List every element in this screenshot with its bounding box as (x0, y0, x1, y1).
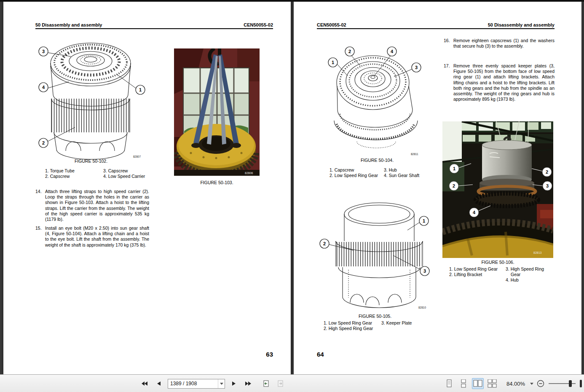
step-number: 17. (444, 63, 453, 102)
pdf-viewer-window: 50 Disassembly and assembly CEN50055-02 (0, 0, 584, 392)
zoom-in-button[interactable] (580, 380, 582, 387)
page-header-section: 50 Disassembly and assembly (35, 22, 102, 27)
legend-item: 1. Low Speed Ring Gear (324, 320, 378, 326)
legend-item: 3. Keeper Plate (381, 320, 428, 326)
figure-photo-id: 82807 (133, 155, 141, 158)
header-rule (317, 28, 555, 29)
callout-label: 2 (323, 241, 326, 246)
manual-page-63: 50 Disassembly and assembly CEN50055-02 (3, 2, 291, 374)
callout-1: 1 (407, 216, 429, 230)
zoom-dropdown-caret-icon[interactable] (530, 383, 533, 385)
previous-page-button[interactable] (153, 378, 164, 389)
step-text: Remove eighteen capscrews (1) and the wa… (453, 38, 555, 49)
callout-label: 1 (139, 87, 142, 92)
legend-item: 4. Sun Gear Shaft (384, 173, 430, 178)
two-page-view-icon (473, 379, 482, 388)
figure-photo-id: 82810 (418, 306, 426, 309)
page-header-docnum: CEN50055-02 (317, 22, 346, 27)
legend-item: 1. Torque Tube (45, 168, 98, 174)
zoom-percent-display[interactable]: 84.00% (506, 381, 525, 387)
figure-50-106-legend-col2: 3. High Speed Ring Gear 4. Hub (506, 266, 553, 283)
figure-50-104-drawing: 2 4 1 3 82811 (323, 35, 431, 158)
legend-item: 3. Hub (384, 167, 430, 173)
page-header-section: 50 Disassembly and assembly (488, 22, 555, 27)
viewer-toolbar: 84.00% (0, 374, 584, 392)
callout-label: 3 (415, 65, 418, 70)
previous-view-button[interactable] (260, 378, 271, 389)
legend-item: 4. Low Speed Carrier (103, 174, 154, 179)
figure-50-105-legend-col2: 3. Keeper Plate (381, 320, 428, 326)
legend-item: 2. High Speed Ring Gear (324, 326, 378, 331)
two-page-continuous-view-icon (488, 379, 497, 388)
double-arrow-left-icon (141, 381, 148, 386)
figure-50-106-caption: FIGURE 50-106. (442, 260, 553, 265)
last-page-button[interactable] (243, 378, 254, 389)
legend-item: 1. Capscrew (330, 167, 380, 173)
figure-50-105-legend-col1: 1. Low Speed Ring Gear 2. High Speed Rin… (324, 320, 378, 331)
next-page-button[interactable] (228, 378, 239, 389)
step-17: 17. Remove three evenly spaced keeper pl… (444, 63, 555, 102)
figure-50-105-caption: FIGURE 50-105. (317, 314, 433, 319)
legend-item: 4. Hub (506, 277, 553, 283)
figure-photo-id: 82811 (411, 153, 418, 156)
page-combo-caret-icon[interactable] (218, 379, 225, 388)
continuous-view-icon (459, 379, 468, 388)
figure-50-102-legend-col1: 1. Torque Tube 2. Capscrew (45, 168, 98, 179)
callout-label: 3 (546, 183, 549, 188)
legend-item: 2. Low Speed Ring Gear (330, 173, 380, 178)
callout-label: 4 (391, 49, 394, 54)
page-number: 63 (35, 351, 273, 358)
single-page-view-button[interactable] (443, 378, 455, 389)
step-16: 16. Remove eighteen capscrews (1) and th… (444, 38, 555, 49)
zoom-view-group: 84.00% (443, 375, 582, 392)
step-number: 14. (35, 189, 45, 222)
page-number-combobox[interactable] (168, 379, 225, 389)
callout-label: 1 (423, 218, 425, 223)
callout-4: 4 (39, 82, 69, 92)
step-15: 15. Install an eye bolt (M20 x 2.50) int… (35, 226, 149, 248)
first-page-button[interactable] (139, 378, 150, 389)
legend-item: 3. High Speed Ring Gear (506, 266, 553, 277)
zoom-slider[interactable] (549, 379, 576, 388)
figure-50-102-legend-col2: 3. Capscrew 4. Low Speed Carrier (103, 168, 154, 179)
callout-label: 4 (473, 210, 476, 215)
two-page-view-button[interactable] (472, 378, 484, 389)
figure-photo-id: 82806 (245, 172, 253, 175)
step-number: 15. (35, 226, 45, 248)
two-page-continuous-view-button[interactable] (486, 378, 498, 389)
figure-50-104-caption: FIGURE 50-104. (323, 158, 431, 163)
legend-item: 3. Capscrew (103, 168, 154, 174)
callout-1: 1 (117, 75, 145, 94)
manual-page-64: CEN50055-02 50 Disassembly and assembly (294, 2, 581, 374)
page-number: 64 (317, 351, 324, 358)
step-text: Attach three lifting straps to high spee… (45, 189, 149, 222)
next-view-button[interactable] (275, 378, 286, 389)
step-14: 14. Attach three lifting straps to high … (35, 189, 149, 222)
callout-1: 1 (328, 58, 348, 76)
header-rule (35, 28, 273, 29)
arrow-left-icon (156, 381, 161, 386)
single-page-view-icon (445, 379, 454, 388)
figure-photo-id: 82813 (533, 251, 542, 254)
figure-50-105-drawing: 1 2 3 82810 (317, 196, 433, 314)
continuous-view-button[interactable] (458, 378, 469, 389)
callout-label: 2 (42, 140, 45, 145)
double-arrow-right-icon (245, 381, 252, 386)
legend-item: 1. Low Speed Ring Gear (449, 266, 502, 272)
zoom-slider-handle[interactable] (569, 380, 572, 387)
figure-50-103-photo: 82806 (174, 48, 260, 176)
zoom-out-button[interactable] (536, 378, 545, 389)
callout-label: 2 (453, 183, 455, 188)
callout-label: 2 (546, 169, 548, 175)
page-navigation-group (139, 375, 286, 392)
previous-view-icon (262, 380, 270, 387)
step-number: 16. (444, 38, 453, 49)
next-view-icon (276, 380, 284, 387)
arrow-right-icon (231, 381, 236, 386)
page-number-input[interactable] (168, 379, 218, 388)
callout-label: 1 (332, 60, 334, 65)
figure-50-106-legend-col1: 1. Low Speed Ring Gear 2. Lifting Bracke… (449, 266, 502, 277)
step-text: Remove three evenly spaced keeper plates… (453, 63, 555, 102)
callout-3: 3 (393, 255, 429, 276)
figure-50-102-caption: FIGURE 50-102. (35, 158, 147, 164)
